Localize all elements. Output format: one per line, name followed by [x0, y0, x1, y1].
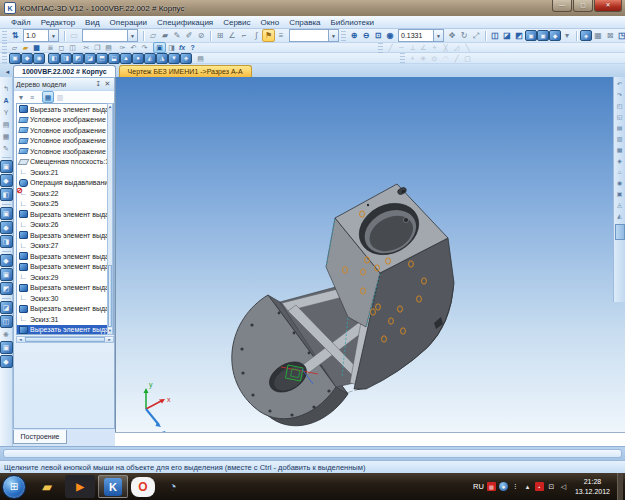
toolbar-icon[interactable]: ◭: [144, 53, 156, 64]
toolbar-icon[interactable]: ◨: [0, 235, 13, 248]
toolbar-icon[interactable]: ▣: [615, 189, 625, 199]
toolbar-icon[interactable]: ⚑: [262, 29, 275, 42]
toolbar-grip[interactable]: [2, 31, 7, 41]
toolbar-icon[interactable]: ⬒: [96, 53, 108, 64]
tray-icon[interactable]: ▴: [523, 482, 532, 491]
toolbar-icon[interactable]: ●: [132, 53, 144, 64]
toolbar-icon[interactable]: ⊘: [195, 30, 207, 42]
tree-item-17[interactable]: Вырезать элемент выдав: [17, 283, 113, 294]
toolbar-icon[interactable]: ▤: [103, 43, 114, 52]
tree-item-0[interactable]: Вырезать элемент выдав: [17, 104, 113, 115]
tray-icon[interactable]: ●: [499, 482, 508, 491]
toolbar-icon[interactable]: ◬: [615, 200, 625, 210]
toolbar-icon[interactable]: ▣: [0, 207, 13, 220]
toolbar-icon[interactable]: ✳: [418, 54, 429, 63]
toolbar-icon[interactable]: ◪: [501, 30, 513, 42]
toolbar-icon[interactable]: ▼: [168, 53, 180, 64]
toolbar-icon[interactable]: ▼: [16, 92, 26, 102]
toolbar-icon[interactable]: ≡: [275, 30, 287, 42]
taskbar-app-explorer[interactable]: ▰: [32, 475, 62, 498]
toolbar-icon[interactable]: ◩: [513, 30, 525, 42]
tree-item-5[interactable]: Смещенная плоскость:1: [17, 157, 113, 168]
tray-icon[interactable]: ⊡: [547, 482, 556, 491]
toolbar-icon[interactable]: ▦: [592, 30, 604, 42]
toolbar-icon[interactable]: ▣: [9, 53, 21, 64]
toolbar-icon[interactable]: ▥: [55, 92, 65, 102]
menu-item-файл[interactable]: Файл: [6, 18, 36, 27]
toolbar-icon[interactable]: +: [429, 43, 440, 52]
toolbar-icon[interactable]: ✑: [117, 43, 128, 52]
tree-item-21[interactable]: Вырезать элемент выдав: [17, 325, 113, 336]
toolbar-icon[interactable]: ╳: [440, 43, 451, 52]
toolbar-icon[interactable]: ⊖: [360, 30, 372, 42]
toolbar-icon[interactable]: ≣: [45, 43, 56, 52]
toolbar-icon[interactable]: ◮: [156, 53, 168, 64]
toolbar-icon[interactable]: ▣: [0, 268, 13, 281]
menu-item-библиотеки[interactable]: Библиотеки: [326, 18, 379, 27]
toolbar-grip[interactable]: [2, 43, 7, 53]
tree-item-8[interactable]: ∟⊘Эскиз:22: [17, 188, 113, 199]
toolbar-icon[interactable]: ∫: [250, 30, 262, 42]
toolbar-icon[interactable]: ◩: [0, 282, 13, 295]
toolbar-icon[interactable]: ▤: [1, 119, 12, 130]
toolbar-icon[interactable]: ◉: [33, 53, 45, 64]
toolbar-icon[interactable]: ◧: [0, 188, 13, 201]
menu-item-операции[interactable]: Операции: [105, 18, 152, 27]
tree-item-11[interactable]: ∟Эскиз:26: [17, 220, 113, 231]
toolbar-icon[interactable]: Y: [1, 107, 12, 118]
toolbar-icon[interactable]: ▣: [0, 160, 13, 173]
toolbar-icon[interactable]: ✎: [171, 30, 183, 42]
toolbar-icon[interactable]: ◪: [0, 301, 13, 314]
toolbar-icon[interactable]: ⌐: [238, 30, 250, 42]
toolbar-icon[interactable]: ▾: [561, 30, 573, 42]
toolbar-icon[interactable]: ✂: [81, 43, 92, 52]
tree-horizontal-scrollbar[interactable]: ◄►: [16, 336, 114, 343]
toolbar-icon[interactable]: ◰: [615, 101, 625, 111]
toolbar-icon[interactable]: ◳: [616, 30, 625, 42]
tree-item-18[interactable]: ∟Эскиз:30: [17, 293, 113, 304]
toolbar-icon[interactable]: ◱: [615, 112, 625, 122]
toolbar-icon[interactable]: ▦: [31, 43, 42, 52]
toolbar-grip[interactable]: [2, 53, 7, 63]
tree-item-12[interactable]: Вырезать элемент выдав: [17, 230, 113, 241]
toolbar-icon[interactable]: ⤢: [470, 30, 482, 42]
toolbar-icon[interactable]: ◭: [615, 211, 625, 221]
tray-icon[interactable]: ▨: [487, 482, 496, 491]
maximize-button[interactable]: ▢: [573, 0, 593, 12]
minimize-button[interactable]: —: [552, 0, 572, 12]
toolbar-fx-button[interactable]: fx: [177, 44, 187, 51]
toolbar-icon[interactable]: ∠: [226, 30, 238, 42]
tray-icon[interactable]: ▪: [535, 482, 544, 491]
menu-item-вид[interactable]: Вид: [80, 18, 104, 27]
taskbar-app-media-player[interactable]: ▶: [65, 475, 95, 498]
toolbar-icon[interactable]: ▭: [68, 30, 80, 42]
tab-model-document[interactable]: 1000VBF.22.002 # Корпус: [13, 65, 116, 77]
toolbar-grip[interactable]: [341, 31, 346, 41]
toolbar-icon[interactable]: ⌂: [615, 167, 625, 177]
close-icon[interactable]: ✕: [103, 80, 112, 88]
toolbar-combo[interactable]: ▼: [289, 29, 339, 42]
tray-icon[interactable]: ⁝: [511, 482, 520, 491]
toolbar-icon[interactable]: ✥: [446, 30, 458, 42]
toolbar-icon[interactable]: ◧: [48, 53, 60, 64]
close-button[interactable]: ✕: [594, 0, 622, 12]
toolbar-icon[interactable]: ◫: [0, 315, 13, 328]
toolbar-icon[interactable]: ◨: [166, 43, 177, 52]
toolbar-icon[interactable]: ▣: [525, 30, 537, 41]
start-button[interactable]: ⊞: [2, 475, 26, 499]
toolbar-icon[interactable]: ▤: [615, 123, 625, 133]
toolbar-combo[interactable]: 1.0▼: [23, 29, 59, 42]
toolbar-icon[interactable]: ─: [396, 43, 407, 52]
toolbar-icon[interactable]: ?: [187, 43, 198, 52]
toolbar-icon[interactable]: ❐: [92, 43, 103, 52]
pin-icon[interactable]: ↧: [94, 80, 103, 88]
tray-icon[interactable]: ◁: [559, 482, 568, 491]
toolbar-icon[interactable]: ◈: [180, 53, 192, 64]
toolbar-icon[interactable]: ↶: [128, 43, 139, 52]
tree-item-7[interactable]: Операция выдавливания: [17, 178, 113, 189]
toolbar-icon[interactable]: ⊞: [214, 30, 226, 42]
toolbar-icon[interactable]: ↷: [615, 90, 625, 100]
toolbar-icon[interactable]: ⊥: [407, 43, 418, 52]
tree-item-4[interactable]: Условное изображение р: [17, 146, 113, 157]
toolbar-icon[interactable]: ✎: [1, 143, 12, 154]
